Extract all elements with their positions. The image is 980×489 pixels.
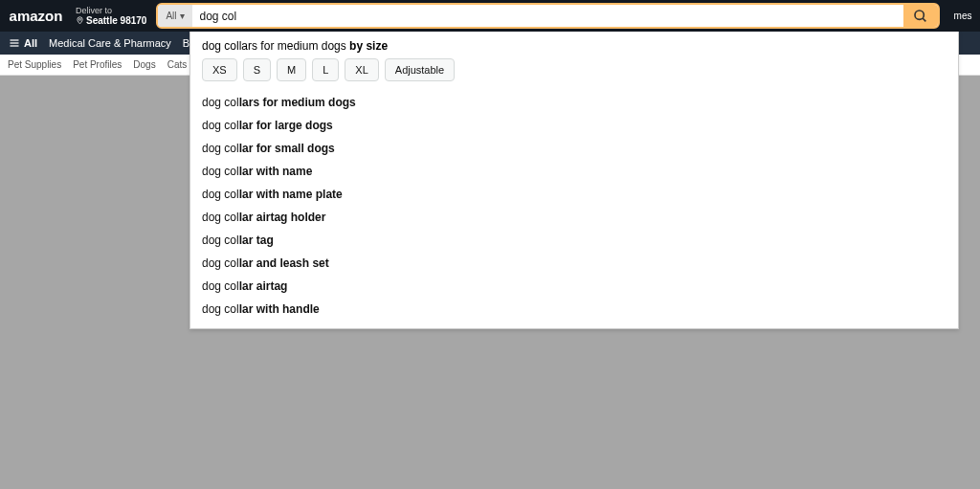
nav3-item[interactable]: Pet Supplies — [8, 59, 61, 70]
suggestion-item[interactable]: dog collar for small dogs — [198, 137, 950, 160]
size-filter[interactable]: S — [243, 58, 271, 81]
suggestion-item[interactable]: dog collar tag — [198, 229, 950, 252]
suggestion-item[interactable]: dog collar for large dogs — [198, 114, 950, 137]
top-nav: amazon Deliver to Seattle 98170 All ▾ me… — [0, 0, 980, 32]
deliver-city: Seattle 98170 — [86, 15, 146, 26]
svg-point-1 — [915, 11, 924, 19]
size-filter[interactable]: Adjustable — [385, 58, 455, 81]
suggestion-item[interactable]: dog collar with name plate — [198, 183, 950, 206]
location-icon — [76, 15, 84, 26]
search-bar: All ▾ — [156, 3, 940, 29]
logo-text: amazon — [10, 8, 63, 24]
search-button[interactable] — [903, 5, 938, 27]
nav2-item[interactable]: Medical Care & Pharmacy — [49, 37, 171, 49]
deliver-label: Deliver to — [76, 6, 146, 15]
search-input[interactable] — [192, 5, 903, 27]
chevron-down-icon: ▾ — [180, 11, 185, 21]
deliver-to[interactable]: Deliver to Seattle 98170 — [72, 0, 150, 32]
search-suggestions: dog collars for medium dogs by size XS S… — [189, 32, 959, 329]
nav-all-label: All — [24, 37, 37, 49]
svg-point-0 — [79, 18, 81, 20]
size-filter-row: XS S M L XL Adjustable — [198, 58, 950, 91]
suggestion-item[interactable]: dog collar with handle — [198, 298, 950, 321]
size-filter[interactable]: L — [312, 58, 339, 81]
suggestion-item[interactable]: dog collar with name — [198, 160, 950, 183]
nav-right[interactable]: mes — [946, 0, 980, 32]
svg-line-2 — [923, 18, 925, 21]
search-category-select[interactable]: All ▾ — [158, 5, 191, 27]
nav-all-menu[interactable]: All — [8, 37, 37, 49]
suggestion-item[interactable]: dog collar airtag holder — [198, 206, 950, 229]
nav3-item[interactable]: Pet Profiles — [73, 59, 122, 70]
nav3-item[interactable]: Cats — [167, 59, 188, 70]
nav3-item[interactable]: Dogs — [133, 59, 155, 70]
amazon-logo[interactable]: amazon — [0, 0, 72, 32]
suggestion-title[interactable]: dog collars for medium dogs by size — [198, 35, 950, 58]
suggestion-item[interactable]: dog collar airtag — [198, 275, 950, 298]
suggestion-item[interactable]: dog collars for medium dogs — [198, 91, 950, 114]
suggestion-item[interactable]: dog collar and leash set — [198, 252, 950, 275]
hamburger-icon — [8, 37, 21, 49]
search-icon — [913, 9, 928, 24]
size-filter[interactable]: XL — [345, 58, 378, 81]
size-filter[interactable]: M — [277, 58, 306, 81]
search-category-label: All — [166, 11, 176, 21]
size-filter[interactable]: XS — [202, 58, 237, 81]
